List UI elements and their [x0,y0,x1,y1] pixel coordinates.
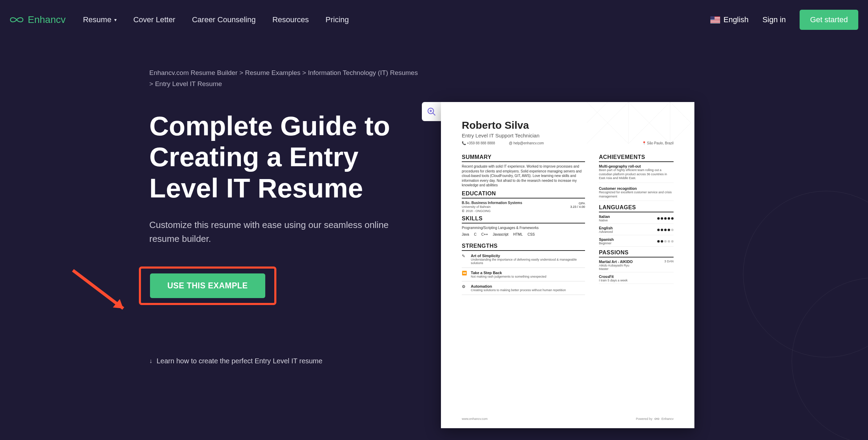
skill-item: C [474,232,476,237]
main-nav: Resume ▾ Cover Letter Career Counseling … [83,15,349,24]
rating-dot-icon [657,229,660,231]
nav-cover-label: Cover Letter [133,15,175,24]
achievement-title: Customer recognition [599,186,674,191]
languages-list: Italian Native English Advanced Spanish … [599,214,674,247]
us-flag-icon [710,16,720,23]
language-level: Beginner [599,242,614,245]
annotation-arrow-icon [71,269,130,315]
language-level: Native [599,219,610,222]
section-passions-heading: PASSIONS [599,249,674,257]
nav-resources[interactable]: Resources [272,15,309,24]
section-summary-heading: SUMMARY [462,154,585,162]
rating-dot-icon [671,229,674,231]
breadcrumb-sep: > [302,69,306,76]
infinity-icon [654,417,659,421]
annotation-highlight: USE THIS EXAMPLE [139,266,276,305]
zoom-button[interactable] [422,102,441,121]
passion-note: Master [599,267,674,271]
breadcrumb-it[interactable]: Information Technology (IT) Resumes [308,69,418,76]
signin-link[interactable]: Sign in [762,15,786,24]
nav-pricing-label: Pricing [326,15,349,24]
breadcrumb-root[interactable]: Enhancv.com Resume Builder [149,69,237,76]
achievement-item: Customer recognition Recognized for exce… [599,186,674,201]
skills-list: JavaCC++JavascriptHTMLCSS [462,232,585,237]
edu-dates: 🗓 2018 - ONGOING [462,209,585,213]
passion-title: Martial Art - AIKIDO [599,260,633,264]
nav-resume[interactable]: Resume ▾ [83,15,117,24]
footer-site: www.enhancv.com [462,417,487,421]
strength-desc: Understanding the importance of deliveri… [471,258,585,265]
strength-icon: ⚙ [462,284,467,292]
language-switcher[interactable]: English [710,15,749,24]
header-left: Enhancv Resume ▾ Cover Letter Career Cou… [10,14,349,25]
strength-desc: Not making rash judgements to something … [471,275,546,278]
strength-item: ⏪ Take a Step Back Not making rash judge… [462,271,585,281]
language-name: Italian [599,214,610,219]
hero-column: Enhancv.com Resume Builder > Resume Exam… [0,67,451,365]
header-right: English Sign in Get started [710,10,858,30]
use-example-button[interactable]: USE THIS EXAMPLE [150,273,265,298]
edu-gpa: GPA 3.23 / 4.00 [570,202,585,209]
passion-title: CrossFit [599,274,614,279]
strength-title: Automation [471,284,566,288]
breadcrumb-sep: > [149,80,153,87]
passion-sub: I train 5 days a week [599,279,674,282]
section-skills-heading: SKILLS [462,215,585,223]
nav-career[interactable]: Career Counseling [192,15,256,24]
rating-dot-icon [671,240,674,243]
language-name: English [599,226,613,230]
skill-item: CSS [528,232,535,237]
nav-pricing[interactable]: Pricing [326,15,349,24]
achievement-desc: Been part of highly efficient team rolli… [599,168,674,180]
edu-degree: B.Sc. Business Information Systems [462,201,522,205]
rating-dots [657,240,674,243]
strength-title: Take a Step Back [471,271,546,275]
footer-brand: Powered by Enhancv [636,417,674,421]
rating-dot-icon [664,240,667,243]
rating-dot-icon [657,217,660,220]
section-languages-heading: LANGUAGES [599,204,674,212]
breadcrumb: Enhancv.com Resume Builder > Resume Exam… [149,67,431,90]
svg-line-3 [433,113,435,115]
rating-dot-icon [668,229,670,231]
main-content: Enhancv.com Resume Builder > Resume Exam… [0,40,868,365]
strength-desc: Creating solutions to making better proc… [471,288,566,292]
achievement-item: Multi-geography roll-out Been part of hi… [599,164,674,183]
rating-dot-icon [671,217,674,220]
magnify-plus-icon [427,107,436,117]
breadcrumb-current: Entry Level IT Resume [155,80,222,87]
achievements-list: Multi-geography roll-out Been part of hi… [599,164,674,201]
arrow-down-icon: ↓ [149,357,152,365]
site-header: Enhancv Resume ▾ Cover Letter Career Cou… [0,0,868,40]
learn-link[interactable]: ↓ Learn how to create the perfect Entry … [149,357,431,365]
resume-right-column: ACHIEVEMENTS Multi-geography roll-out Be… [599,151,674,295]
page-subtitle: Customize this resume with ease using ou… [149,218,413,246]
nav-resume-label: Resume [83,15,111,24]
nav-cover-letter[interactable]: Cover Letter [133,15,175,24]
language-name: Spanish [599,237,614,242]
rating-dot-icon [661,240,663,243]
resume-left-column: SUMMARY Recent graduate with solid IT ex… [462,151,585,295]
passions-list: Martial Art - AIKIDO 3 DAN Aikido Kobaya… [599,260,674,284]
get-started-button[interactable]: Get started [800,10,858,30]
learn-link-label: Learn how to create the perfect Entry Le… [157,357,323,365]
resume-email: @ help@enhancv.com [509,141,544,145]
strength-item: ✎ Art of Simplicity Understanding the im… [462,254,585,268]
skill-item: C++ [481,232,488,237]
skill-item: HTML [513,232,523,237]
resume-preview[interactable]: Roberto Silva Entry Level IT Support Tec… [441,102,694,428]
passion-item: Martial Art - AIKIDO 3 DAN Aikido Kobaya… [599,260,674,272]
breadcrumb-examples[interactable]: Resume Examples [245,69,300,76]
brand-logo[interactable]: Enhancv [10,14,66,25]
rating-dot-icon [664,217,667,220]
svg-line-0 [73,270,123,308]
rating-dot-icon [661,229,663,231]
infinity-icon [10,15,24,25]
rating-dot-icon [668,217,670,220]
edu-school: University of Bahrain [462,205,522,209]
resume-preview-wrap: Roberto Silva Entry Level IT Support Tec… [441,102,694,428]
skill-item: Java [462,232,469,237]
passion-right: 3 DAN [664,260,674,264]
strength-icon: ⏪ [462,271,467,278]
resume-footer: www.enhancv.com Powered by Enhancv [462,417,674,421]
